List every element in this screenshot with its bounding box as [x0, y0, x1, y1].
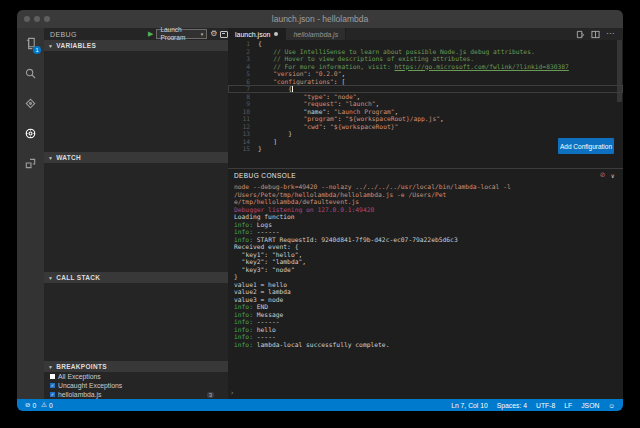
token: [258, 123, 304, 130]
source-control-icon[interactable]: [17, 88, 44, 118]
tab-label: hellolambda.js: [293, 31, 338, 38]
tab-bar: launch.json hellolambda.js ⋯: [228, 28, 623, 40]
code-text: "request": "launch",: [258, 100, 379, 108]
token: [258, 78, 273, 85]
twisty-icon: ▼: [48, 155, 53, 161]
status-bar: ⊘ 0 ⚠ 0 Ln 7, Col 10Spaces: 4UTF-8LFJSON…: [17, 399, 623, 411]
token: // Use IntelliSense to learn about possi…: [258, 48, 535, 55]
console-line: info: ------: [234, 318, 623, 326]
status-item[interactable]: Ln 7, Col 10: [451, 402, 488, 409]
section-call-stack[interactable]: ▼ CALL STACK: [44, 272, 228, 283]
minimize-window-icon[interactable]: [34, 16, 40, 22]
breakpoint-checkbox[interactable]: ✓: [50, 392, 55, 397]
console-token: -----: [253, 333, 276, 340]
code-line[interactable]: 5 "version": "0.2.0",: [228, 70, 623, 78]
editor-lines: 1{2 // Use IntelliSense to learn about p…: [228, 40, 623, 153]
error-icon: ⊘: [25, 401, 30, 409]
console-input-row[interactable]: ›: [228, 388, 623, 397]
code-line[interactable]: 12 "cwd": "${workspaceRoot}": [228, 123, 623, 131]
debug-console-icon[interactable]: [220, 31, 228, 38]
editor-scrollbar[interactable]: [617, 40, 622, 102]
code-line[interactable]: 11 "program": "${workspaceRoot}/app.js",: [228, 115, 623, 123]
token: "name": [304, 108, 327, 115]
console-line: info: Message: [234, 311, 623, 319]
status-item[interactable]: UTF-8: [536, 402, 555, 409]
console-token: Message: [253, 311, 283, 318]
code-line[interactable]: 3 // Hover to view descriptions of exist…: [228, 55, 623, 63]
console-token: info:: [234, 341, 253, 348]
modified-dot-icon[interactable]: [274, 32, 278, 36]
breakpoint-row[interactable]: ✓hellolambda.js3: [44, 390, 228, 399]
open-changes-icon[interactable]: [576, 30, 585, 39]
code-line[interactable]: 10 "name": "Launch Program",: [228, 108, 623, 116]
debug-console-header: DEBUG CONSOLE ⊘ ∨: [228, 169, 623, 181]
add-configuration-button[interactable]: Add Configuration: [558, 138, 614, 154]
token: "launch": [345, 100, 375, 107]
title-bar[interactable]: launch.json - hellolambda: [17, 10, 623, 28]
code-line[interactable]: 8 "type": "node",: [228, 93, 623, 101]
section-watch[interactable]: ▼ WATCH: [44, 152, 228, 163]
console-line: info: END: [234, 303, 623, 311]
token: :: [326, 108, 334, 115]
errors-indicator[interactable]: ⊘ 0: [25, 401, 36, 409]
warnings-indicator[interactable]: ⚠ 0: [41, 401, 53, 409]
debug-console-title: DEBUG CONSOLE: [234, 172, 296, 179]
token: : [: [334, 78, 345, 85]
status-item[interactable]: LF: [564, 402, 572, 409]
status-item[interactable]: JSON: [581, 402, 599, 409]
split-editor-icon[interactable]: [591, 30, 600, 39]
console-token: info:: [234, 228, 253, 235]
code-line[interactable]: 2 // Use IntelliSense to learn about pos…: [228, 48, 623, 56]
extensions-icon[interactable]: [17, 148, 44, 178]
breakpoint-row[interactable]: ✓Uncaught Exceptions: [44, 381, 228, 390]
close-window-icon[interactable]: [24, 16, 30, 22]
section-breakpoints[interactable]: ▼ BREAKPOINTS: [44, 361, 228, 372]
console-token: info:: [234, 326, 253, 333]
code-line[interactable]: 1{: [228, 40, 623, 48]
token: "${workspaceRoot}/app.js": [345, 115, 440, 122]
line-number: 6: [228, 78, 250, 86]
clear-console-icon[interactable]: ⊘: [600, 171, 606, 179]
console-token: lambda-local successfully complete.: [253, 341, 389, 348]
zoom-window-icon[interactable]: [44, 16, 50, 22]
feedback-smiley-icon[interactable]: ☺: [608, 402, 615, 409]
code-line[interactable]: 7 {: [228, 85, 623, 93]
start-debug-icon[interactable]: ▶: [148, 29, 153, 39]
status-item[interactable]: Spaces: 4: [497, 402, 527, 409]
chevron-down-icon[interactable]: ∨: [611, 172, 615, 179]
console-token: "key1": "hello",: [234, 251, 302, 258]
token: "configurations": [273, 78, 334, 85]
breakpoint-checkbox[interactable]: [50, 374, 55, 379]
breakpoint-row[interactable]: All Exceptions: [44, 372, 228, 381]
code-line[interactable]: 9 "request": "launch",: [228, 100, 623, 108]
token: "request": [304, 100, 338, 107]
line-number: 8: [228, 93, 250, 101]
console-token: "key2": "lambda",: [234, 258, 306, 265]
token: {: [258, 85, 292, 92]
debug-icon[interactable]: [17, 118, 44, 148]
explorer-icon[interactable]: 1: [17, 28, 44, 58]
token: ,: [341, 70, 345, 77]
section-variables[interactable]: ▼ VARIABLES: [44, 40, 228, 51]
console-line: value1 = hello: [234, 281, 623, 289]
twisty-icon: ▼: [48, 364, 53, 370]
breakpoint-line-number: 3: [207, 392, 214, 398]
more-actions-icon[interactable]: ⋯: [606, 31, 615, 37]
breakpoint-checkbox[interactable]: ✓: [50, 383, 55, 388]
code-line[interactable]: 6 "configurations": [: [228, 78, 623, 86]
tab-launch-json[interactable]: launch.json: [228, 28, 286, 40]
console-token: START RequestId: 9240d841-7f9b-d42c-ec07…: [253, 236, 458, 243]
launch-configuration-select[interactable]: Launch Program ▾: [156, 29, 207, 39]
activity-bar: 1: [17, 28, 44, 399]
console-token: value1 = hello: [234, 281, 287, 288]
configure-gear-icon[interactable]: ⚙: [210, 29, 217, 39]
tab-hellolambda-js[interactable]: hellolambda.js: [286, 28, 346, 40]
token: ]: [258, 138, 277, 145]
code-editor[interactable]: 1{2 // Use IntelliSense to learn about p…: [228, 40, 623, 168]
console-token: info:: [234, 303, 253, 310]
code-line[interactable]: 4 // For more information, visit: https:…: [228, 63, 623, 71]
code-line[interactable]: 13 }: [228, 130, 623, 138]
search-icon[interactable]: [17, 58, 44, 88]
token: "node": [334, 93, 357, 100]
window-title: launch.json - hellolambda: [272, 14, 368, 24]
